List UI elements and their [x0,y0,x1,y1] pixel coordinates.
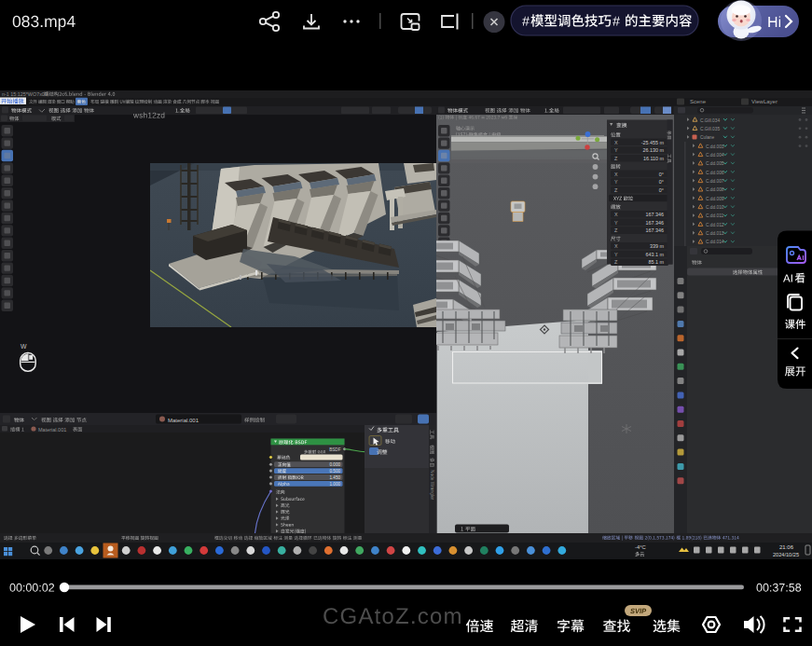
svg-text:X: X [614,172,618,177]
svg-text:C.dd.008: C.dd.008 [706,187,724,192]
svg-text:0°: 0° [659,172,664,177]
svg-text:X: X [614,140,618,145]
svg-text:w: w [20,341,27,350]
svg-text:Y: Y [614,252,618,257]
svg-text:167.346: 167.346 [646,220,665,226]
svg-text:167.346: 167.346 [646,227,665,233]
svg-text:C.dd.011: C.dd.011 [706,213,723,218]
svg-text:C.dd.012: C.dd.012 [706,223,724,227]
svg-text:Y: Y [614,179,618,185]
svg-text:85.1 m: 85.1 m [649,259,665,265]
svg-text:C.dd.006: C.dd.006 [706,171,724,175]
svg-text:C.dd.014: C.dd.014 [706,240,724,244]
svg-text:C.dd.013: C.dd.013 [706,231,724,236]
svg-text:C.Gill.034: C.Gill.034 [700,118,720,123]
svg-text:643.1 m: 643.1 m [646,252,665,257]
svg-text:X: X [614,243,618,249]
svg-text:-25.455 m: -25.455 m [641,140,665,145]
svg-text:339 m: 339 m [650,243,664,249]
svg-text:Y: Y [614,147,618,153]
svg-text:n-1 15:125*WO7x03: n-1 15:125*WO7x03 [2,91,48,97]
svg-text:Culane: Culane [700,135,715,140]
svg-text:0°: 0° [659,179,664,185]
svg-text:1.000: 1.000 [330,482,341,487]
svg-text:BSDF: BSDF [329,447,340,452]
svg-text:Scene: Scene [690,99,707,104]
svg-text:0.000: 0.000 [330,462,341,467]
svg-text:C.Gill.035: C.Gill.035 [700,127,720,131]
svg-text:-4°C: -4°C [635,544,646,550]
svg-text:26.130 m: 26.130 m [643,147,665,153]
svg-text:ViewLayer: ViewLayer [751,99,778,104]
svg-text:0.500: 0.500 [330,469,341,474]
svg-text:C.dd.005: C.dd.005 [706,161,724,166]
svg-text:1.450: 1.450 [330,475,341,480]
svg-text:C.dd.004: C.dd.004 [706,153,724,158]
svg-text:X: X [614,212,618,217]
svg-text:0°: 0° [659,187,664,193]
svg-text:Node Wrangler: Node Wrangler [430,470,434,501]
svg-text:21:06: 21:06 [779,544,794,550]
svg-text:16.110 m: 16.110 m [643,156,665,161]
svg-text:Material.001: Material.001 [38,427,66,433]
svg-text:C.dd.009: C.dd.009 [706,197,724,201]
svg-text:2024/10/25: 2024/10/25 [773,552,799,557]
svg-text:C.dd.003: C.dd.003 [706,144,724,149]
svg-text:Material.001: Material.001 [168,418,200,423]
svg-text:Y: Y [614,220,618,226]
svg-text:C.dd.010: C.dd.010 [706,205,724,210]
svg-text:167.346: 167.346 [646,212,665,217]
svg-text:C.dd.007: C.dd.007 [706,179,724,184]
